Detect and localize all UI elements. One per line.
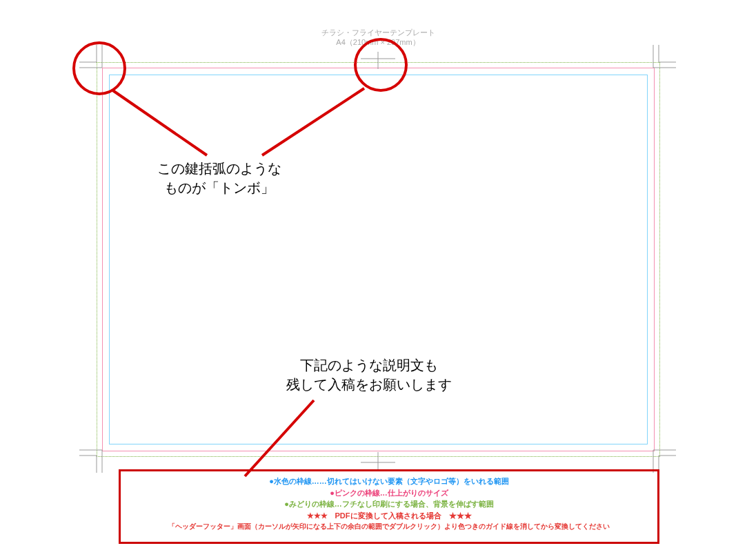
legend-red-2: 「ヘッダーフッター」画面（カーソルが矢印になる上下の余白の範囲でダブルクリック）… [123, 521, 655, 531]
tombo-annotation-l1: この鍵括弧のような [157, 161, 281, 176]
pink-bullet-icon: ● [330, 489, 335, 497]
highlight-circle-2 [354, 38, 408, 92]
tombo-top-right [641, 45, 676, 79]
legend-pink: ピンクの枠線…仕上がりのサイズ [335, 489, 448, 497]
green-bullet-icon: ● [284, 500, 289, 508]
legend-cyan: 水色の枠線……切れてはいけない要素（文字やロゴ等）をいれる範囲 [274, 477, 509, 485]
highlight-circle-1 [72, 41, 126, 95]
tombo-bottom-left [79, 438, 114, 473]
cyan-bullet-icon: ● [269, 477, 274, 485]
header-title: チラシ・フライヤーテンプレート [321, 28, 435, 37]
legend-green: みどりの枠線…フチなし印刷にする場合、背景を伸ばす範囲 [289, 500, 494, 508]
legend-annotation: 下記のような説明文も 残して入稿をお願いします [286, 355, 452, 394]
tombo-annotation: この鍵括弧のような ものが「トンボ」 [157, 159, 281, 197]
legend-red-1: ★★★ PDFに変換して入稿される場合 ★★★ [123, 510, 655, 522]
legend-annotation-l2: 残して入稿をお願いします [286, 377, 452, 392]
canvas: { "header": { "line1": "チラシ・フライヤーテンプレート"… [0, 0, 756, 548]
tombo-bottom-right [641, 438, 676, 473]
legend-annotation-l1: 下記のような説明文も [300, 358, 438, 373]
legend-box: ●水色の枠線……切れてはいけない要素（文字やロゴ等）をいれる範囲 ●ピンクの枠線… [119, 469, 659, 544]
tombo-annotation-l2: ものが「トンボ」 [164, 180, 275, 195]
